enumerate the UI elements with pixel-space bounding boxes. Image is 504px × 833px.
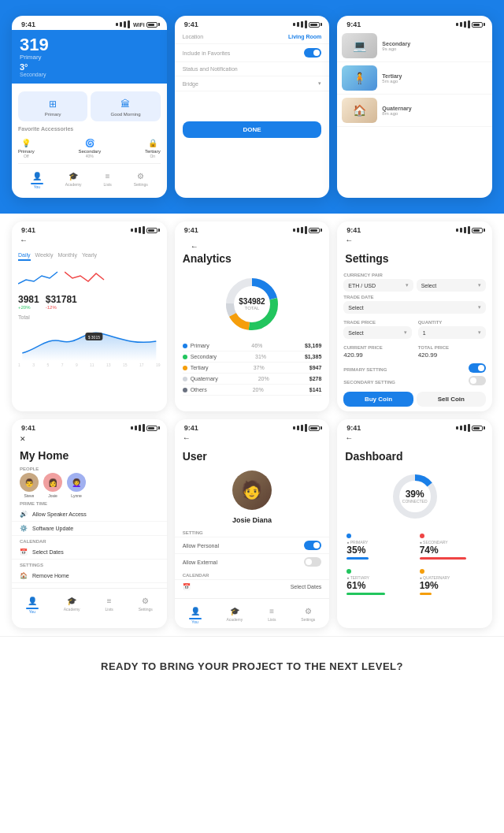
close-icon[interactable]: ✕ bbox=[20, 435, 26, 443]
nav-you[interactable]: 👤 You bbox=[31, 168, 43, 189]
fav-tertiary: 🔒 Tertiary On bbox=[145, 135, 161, 158]
lock-icon: 🔒 bbox=[148, 139, 158, 147]
trade-price-label: TRADE PRICE bbox=[343, 320, 411, 325]
bulb-icon: 💡 bbox=[21, 139, 31, 147]
quaternary-stat-dot bbox=[420, 569, 424, 574]
user-avatar-container: 🧑 bbox=[175, 466, 330, 515]
quantity-label: QUANTITY bbox=[418, 320, 486, 325]
status-time: 9:41 bbox=[21, 20, 35, 28]
settings-nav-icon: ⚙ bbox=[142, 597, 149, 605]
legend-quaternary: Quaternary 20% $278 bbox=[183, 374, 322, 385]
settings2-back-arrow[interactable]: ← bbox=[337, 236, 492, 246]
user-back-arrow[interactable]: ← bbox=[175, 433, 330, 444]
dashboard-back-arrow[interactable]: ← bbox=[337, 433, 492, 444]
user-nav-you[interactable]: 👤 You bbox=[189, 603, 202, 624]
status-bar-2: 9:41 bbox=[175, 16, 330, 30]
location-value: Living Room bbox=[288, 34, 321, 39]
primary-setting-label: PRIMARY SETTING bbox=[343, 367, 387, 372]
daily-chart-card: 9:41 ← Daily Weekly Monthly Yearly bbox=[12, 221, 167, 411]
smart-home-temp-section: 319 Primary 3° Secondary bbox=[12, 30, 167, 84]
update-icon: ⚙️ bbox=[20, 525, 28, 532]
dashboard-title: Dashboard bbox=[337, 444, 492, 466]
tab-monthly[interactable]: Monthly bbox=[57, 251, 77, 261]
chevron-down-icon: ▾ bbox=[318, 80, 321, 87]
user-calendar-icon: 📅 bbox=[183, 583, 191, 590]
tab-daily[interactable]: Daily bbox=[18, 251, 31, 261]
status-bar-3: 9:41 bbox=[337, 16, 492, 30]
secondary-dot bbox=[183, 355, 187, 359]
you-icon: 👤 bbox=[32, 172, 42, 180]
exchange-select[interactable]: Select ▾ bbox=[417, 279, 486, 292]
quantity-select[interactable]: 1 ▾ bbox=[418, 326, 486, 339]
user-status-bar: 9:41 bbox=[175, 419, 330, 433]
myhome-time: 9:41 bbox=[21, 424, 35, 432]
total-label: Total bbox=[12, 313, 167, 322]
nav-lists[interactable]: ≡ Lists bbox=[103, 168, 111, 189]
avatar-josie: 👩 Josie bbox=[43, 473, 62, 498]
user-nav-academy[interactable]: 🎓 Academy bbox=[226, 603, 243, 624]
trade-date-label: TRADE DATE bbox=[343, 295, 486, 299]
sell-coin-button[interactable]: Sell Coin bbox=[417, 392, 486, 407]
home-icon: 🏠 bbox=[20, 572, 28, 579]
primary-btn[interactable]: ⊞ Primary bbox=[18, 91, 87, 121]
trade-price-select[interactable]: Select ▾ bbox=[343, 326, 411, 339]
speaker-icon: 🔊 bbox=[20, 511, 28, 518]
user-name: Josie Diana bbox=[175, 515, 330, 527]
bottom-section: 9:41 ✕ My Home PEOPLE 👨 Steve 👩 Josie bbox=[0, 419, 504, 636]
smart-home-controls: ⊞ Primary 🏛 Good Morning Favorite Access… bbox=[12, 84, 167, 198]
total-price-value: 420.99 bbox=[418, 350, 486, 360]
secondary-setting-toggle[interactable] bbox=[469, 376, 486, 385]
analytics-card: 9:41 ← Analytics bbox=[175, 221, 330, 411]
settings2-status-bar: 9:41 bbox=[337, 221, 492, 236]
fan-icon: 🌀 bbox=[85, 139, 94, 147]
currency-select[interactable]: ETH / USD ▾ bbox=[343, 279, 413, 292]
fav-primary: 💡 Primary Off bbox=[18, 135, 35, 158]
primary-stat-dot bbox=[346, 534, 351, 538]
allow-external-label: Allow External bbox=[183, 560, 217, 565]
favorites-label: Include in Favorites bbox=[183, 50, 231, 56]
myhome-nav-settings[interactable]: ⚙ Settings bbox=[139, 593, 153, 614]
favorites-toggle[interactable] bbox=[304, 48, 321, 58]
tab-yearly[interactable]: Yearly bbox=[82, 251, 97, 261]
user-nav-lists[interactable]: ≡ Lists bbox=[268, 603, 276, 624]
chart-back-arrow[interactable]: ← bbox=[12, 236, 167, 246]
trade-date-select[interactable]: Select ▾ bbox=[343, 301, 486, 314]
user-avatar: 🧑 bbox=[232, 470, 272, 510]
primary-setting-toggle[interactable] bbox=[469, 363, 486, 373]
chevron-exchange: ▾ bbox=[478, 282, 481, 288]
analytics-back-arrow[interactable]: ← bbox=[183, 242, 322, 252]
photo-thumb-room: 🏠 bbox=[342, 98, 377, 123]
user-card: 9:41 ← User 🧑 Josie Diana SETTING Allow … bbox=[175, 419, 330, 628]
speaker-access-row: 🔊 Allow Speaker Access bbox=[12, 508, 167, 522]
stat1-value: 3981 bbox=[18, 294, 39, 305]
done-button[interactable]: DONE bbox=[183, 121, 322, 138]
secondary-setting-row: SECONDARY SETTING bbox=[343, 376, 486, 385]
chart-status-bar: 9:41 bbox=[12, 221, 167, 236]
favorite-accessories: 💡 Primary Off 🌀 Secondary 40% 🔒 Tertiary… bbox=[18, 135, 161, 158]
secondary-stat-dot bbox=[420, 534, 424, 538]
buy-coin-button[interactable]: Buy Coin bbox=[343, 392, 413, 407]
others-dot bbox=[183, 388, 187, 392]
myhome-nav-you[interactable]: 👤 You bbox=[26, 593, 39, 614]
allow-external-toggle[interactable] bbox=[304, 557, 321, 567]
allow-personal-toggle[interactable] bbox=[304, 541, 321, 550]
tertiary-dot bbox=[183, 366, 187, 370]
donut-label: TOTAL bbox=[239, 306, 265, 311]
nav-settings[interactable]: ⚙ Settings bbox=[134, 168, 148, 189]
legend-secondary: Secondary 31% $1,385 bbox=[183, 351, 322, 363]
myhome-nav-academy[interactable]: 🎓 Academy bbox=[64, 593, 80, 614]
myhome-nav-lists[interactable]: ≡ Lists bbox=[105, 593, 113, 614]
chevron-trade: ▾ bbox=[478, 304, 481, 311]
academy-icon: 🎓 bbox=[69, 172, 78, 180]
tab-weekly[interactable]: Weekly bbox=[35, 251, 54, 261]
user-calendar-row: 📅 Select Dates bbox=[175, 579, 330, 593]
user-nav-settings[interactable]: ⚙ Settings bbox=[301, 603, 315, 624]
nav-academy[interactable]: 🎓 Academy bbox=[65, 168, 82, 189]
photo-thumb-laptop: 💻 bbox=[342, 33, 377, 58]
good-morning-btn[interactable]: 🏛 Good Morning bbox=[91, 91, 160, 121]
allow-personal-label: Allow Personal bbox=[183, 543, 219, 549]
photo-meta-laptop: Secondary 9s ago bbox=[382, 41, 487, 51]
user-calendar-label: CALENDAR bbox=[175, 570, 330, 579]
photo-thumb-person: 🧍 bbox=[342, 65, 377, 91]
avatar-lynne: 👩‍🦱 Lynne bbox=[67, 473, 86, 498]
